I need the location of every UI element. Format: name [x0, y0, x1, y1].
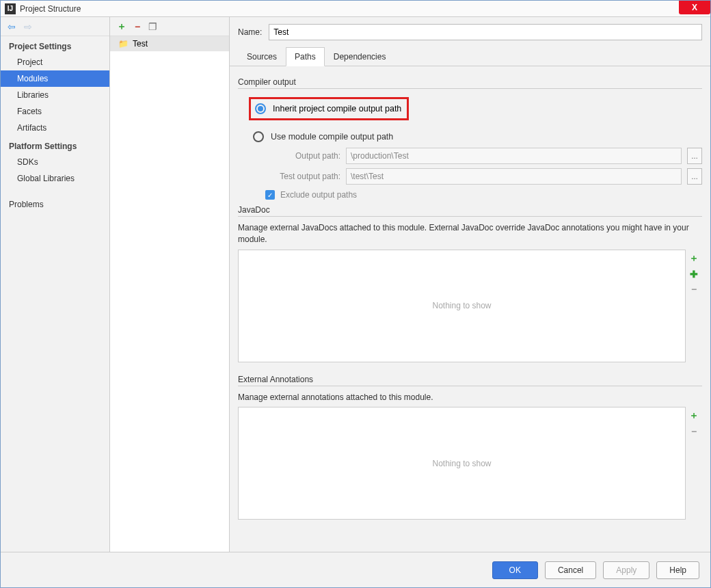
window-title: Project Structure — [20, 4, 81, 14]
tabs: Sources Paths Dependencies — [230, 47, 710, 66]
paths-tab-content: Compiler output Inherit project compile … — [230, 66, 710, 552]
tab-sources[interactable]: Sources — [238, 47, 286, 66]
apply-button[interactable]: Apply — [603, 561, 649, 579]
module-item-label: Test — [133, 39, 148, 49]
sidebar-item-global-libraries[interactable]: Global Libraries — [1, 170, 109, 187]
app-icon: IJ — [5, 3, 16, 14]
inherit-highlight: Inherit project compile output path — [249, 97, 409, 120]
javadoc-listbox-wrap: Nothing to show ＋ ✚ − — [238, 250, 702, 362]
remove-module-icon[interactable]: − — [135, 21, 140, 32]
output-path-field: \production\Test — [346, 148, 682, 164]
javadoc-empty: Nothing to show — [432, 301, 491, 310]
javadoc-title: JavaDoc — [238, 205, 702, 215]
javadoc-tools: ＋ ✚ − — [686, 250, 702, 362]
help-button[interactable]: Help — [656, 561, 699, 579]
main-area: ⇦ ⇨ Project Settings Project Modules Lib… — [1, 17, 710, 552]
compiler-output-title: Compiler output — [238, 77, 702, 87]
radio-inherit-label: Inherit project compile output path — [273, 104, 401, 113]
annotations-remove-icon[interactable]: − — [691, 426, 697, 437]
sidebar-nav-arrows: ⇦ ⇨ — [1, 17, 109, 36]
dialog-footer: OK Cancel Apply Help — [1, 552, 710, 587]
module-tree[interactable]: 📁 Test — [110, 36, 229, 552]
forward-icon[interactable]: ⇨ — [24, 21, 32, 32]
exclude-label: Exclude output paths — [280, 190, 357, 200]
javadoc-desc: Manage external JavaDocs attached to thi… — [238, 222, 702, 245]
divider — [238, 88, 702, 89]
annotations-add-icon[interactable]: ＋ — [689, 410, 699, 422]
javadoc-remove-icon[interactable]: − — [691, 284, 697, 295]
sidebar-item-project[interactable]: Project — [1, 54, 109, 70]
titlebar: IJ Project Structure X — [1, 1, 710, 17]
tab-dependencies[interactable]: Dependencies — [325, 47, 395, 66]
annotations-title: External Annotations — [238, 375, 702, 384]
radio-use-module-label: Use module compile output path — [271, 132, 393, 142]
module-content: Name: Sources Paths Dependencies Compile… — [230, 17, 710, 552]
ok-button[interactable]: OK — [492, 561, 538, 579]
output-path-label: Output path: — [265, 151, 340, 161]
project-structure-dialog: IJ Project Structure X ⇦ ⇨ Project Setti… — [0, 0, 711, 588]
radio-row-usemodule[interactable]: Use module compile output path — [253, 131, 702, 142]
sidebar-item-libraries[interactable]: Libraries — [1, 87, 109, 103]
section-platform-settings: Platform Settings — [1, 136, 109, 154]
copy-module-icon[interactable]: ❐ — [148, 21, 157, 32]
annotations-empty: Nothing to show — [432, 459, 491, 468]
close-button[interactable]: X — [679, 1, 710, 14]
module-list-panel: ＋ − ❐ 📁 Test — [110, 17, 230, 552]
sidebar-item-facets[interactable]: Facets — [1, 103, 109, 120]
module-toolbar: ＋ − ❐ — [110, 17, 229, 36]
name-row: Name: — [230, 17, 710, 47]
test-output-path-row: Test output path: \test\Test … — [265, 168, 702, 185]
module-name-field[interactable] — [269, 24, 702, 40]
sidebar-item-problems[interactable]: Problems — [1, 196, 109, 213]
annotations-listbox[interactable]: Nothing to show — [238, 407, 686, 520]
javadoc-add-icon[interactable]: ＋ — [689, 252, 699, 265]
sidebar-item-artifacts[interactable]: Artifacts — [1, 120, 109, 136]
exclude-checkbox[interactable]: ✓ — [265, 190, 275, 200]
javadoc-add-url-icon[interactable]: ✚ — [690, 269, 698, 280]
divider — [238, 386, 702, 386]
close-icon: X — [692, 3, 697, 12]
radio-inherit[interactable] — [255, 103, 266, 114]
tab-paths[interactable]: Paths — [286, 47, 325, 66]
annotations-listbox-wrap: Nothing to show ＋ − — [238, 407, 702, 520]
test-output-path-browse[interactable]: … — [687, 168, 702, 185]
radio-use-module[interactable] — [253, 131, 264, 142]
folder-icon: 📁 — [118, 39, 129, 49]
sidebar-item-sdks[interactable]: SDKs — [1, 154, 109, 170]
name-label: Name: — [238, 27, 262, 37]
test-output-path-label: Test output path: — [265, 172, 340, 181]
cancel-button[interactable]: Cancel — [545, 561, 596, 579]
javadoc-listbox[interactable]: Nothing to show — [238, 250, 686, 362]
output-path-row: Output path: \production\Test … — [265, 148, 702, 164]
output-path-browse[interactable]: … — [687, 148, 702, 164]
module-item-test[interactable]: 📁 Test — [110, 36, 229, 51]
divider — [238, 216, 702, 217]
test-output-path-field: \test\Test — [346, 168, 682, 185]
sidebar: ⇦ ⇨ Project Settings Project Modules Lib… — [1, 17, 110, 552]
add-module-icon[interactable]: ＋ — [117, 21, 126, 33]
exclude-row[interactable]: ✓ Exclude output paths — [265, 190, 702, 200]
section-project-settings: Project Settings — [1, 36, 109, 54]
sidebar-item-modules[interactable]: Modules — [1, 70, 109, 87]
annotations-tools: ＋ − — [686, 407, 702, 520]
back-icon[interactable]: ⇦ — [8, 21, 16, 32]
annotations-desc: Manage external annotations attached to … — [238, 392, 702, 403]
